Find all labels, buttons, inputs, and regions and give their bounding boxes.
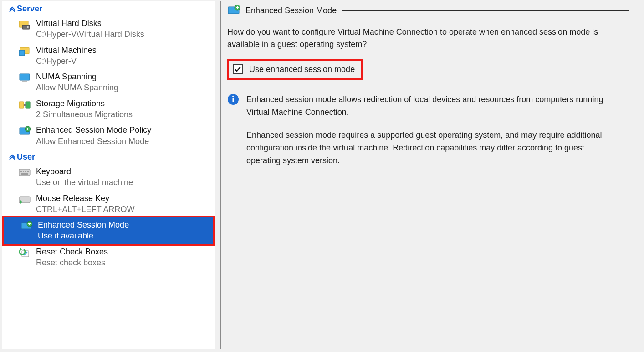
sidebar-item-sublabel: Use on the virtual machine bbox=[36, 177, 133, 188]
sidebar-item-sublabel: Reset check boxes bbox=[36, 257, 108, 268]
sidebar-item-label: Reset Check Boxes bbox=[36, 246, 108, 257]
svg-point-26 bbox=[232, 96, 234, 98]
monitor-icon bbox=[19, 72, 31, 84]
svg-rect-8 bbox=[26, 102, 30, 108]
svg-rect-7 bbox=[19, 102, 24, 108]
chevron-up-icon bbox=[8, 154, 17, 160]
keyboard-icon bbox=[19, 167, 31, 179]
use-enhanced-session-mode-checkbox[interactable]: Use enhanced session mode bbox=[227, 59, 363, 80]
sidebar-item-sublabel: CTRL+ALT+LEFT ARROW bbox=[36, 204, 134, 215]
svg-rect-9 bbox=[24, 104, 26, 106]
sidebar-item-sublabel: Use if available bbox=[38, 230, 129, 241]
sidebar-item-numa-spanning[interactable]: NUMA Spanning Allow NUMA Spanning bbox=[2, 69, 215, 96]
section-title: User bbox=[17, 152, 35, 162]
sidebar-item-virtual-machines[interactable]: Virtual Machines C:\Hyper-V bbox=[2, 43, 215, 70]
enhanced-session-icon bbox=[227, 5, 240, 16]
panel-heading: Enhanced Session Mode bbox=[245, 6, 337, 16]
sidebar-item-reset-check-boxes[interactable]: Reset Check Boxes Reset check boxes bbox=[2, 244, 215, 271]
svg-rect-25 bbox=[233, 98, 234, 102]
settings-detail-panel: Enhanced Session Mode How do you want to… bbox=[220, 1, 641, 349]
sidebar-item-label: Storage Migrations bbox=[36, 98, 133, 109]
info-text: Enhanced session mode allows redirection… bbox=[246, 93, 610, 177]
storage-migration-icon bbox=[19, 99, 31, 111]
checkbox-icon bbox=[233, 64, 243, 74]
folder-disk-icon bbox=[19, 19, 31, 31]
sidebar-item-sublabel: Allow Enhanced Session Mode bbox=[36, 136, 151, 147]
svg-rect-15 bbox=[25, 171, 26, 172]
sidebar-item-mouse-release-key[interactable]: Mouse Release Key CTRL+ALT+LEFT ARROW bbox=[2, 191, 215, 218]
sidebar-item-label: Virtual Hard Disks bbox=[36, 18, 144, 29]
sidebar-item-label: Keyboard bbox=[36, 166, 133, 177]
info-paragraph: Enhanced session mode allows redirection… bbox=[246, 93, 610, 119]
enhanced-session-icon bbox=[19, 125, 31, 137]
svg-point-2 bbox=[27, 26, 29, 28]
settings-navigation-tree: Server Virtual Hard Disks C:\Hyper-V\Vir… bbox=[2, 1, 215, 349]
section-header-user[interactable]: User bbox=[4, 150, 213, 163]
sidebar-item-label: NUMA Spanning bbox=[36, 71, 118, 82]
enhanced-session-icon bbox=[20, 220, 32, 232]
divider bbox=[342, 10, 629, 11]
section-header-server[interactable]: Server bbox=[4, 1, 213, 15]
sidebar-item-storage-migrations[interactable]: Storage Migrations 2 Simultaneous Migrat… bbox=[2, 96, 215, 123]
chevron-up-icon bbox=[8, 6, 17, 12]
svg-rect-4 bbox=[19, 50, 25, 56]
sidebar-item-keyboard[interactable]: Keyboard Use on the virtual machine bbox=[2, 164, 215, 191]
sidebar-item-sublabel: C:\Hyper-V bbox=[36, 56, 97, 67]
sidebar-item-label: Mouse Release Key bbox=[36, 193, 134, 204]
sidebar-item-sublabel: C:\Hyper-V\Virtual Hard Disks bbox=[36, 29, 144, 40]
info-paragraph: Enhanced session mode requires a support… bbox=[246, 129, 610, 167]
sidebar-item-label: Enhanced Session Mode bbox=[38, 219, 129, 230]
svg-rect-13 bbox=[20, 171, 22, 172]
panel-description: How do you want to configure Virtual Mac… bbox=[227, 26, 629, 51]
folder-vm-icon bbox=[19, 46, 31, 57]
sidebar-item-label: Enhanced Session Mode Policy bbox=[36, 124, 151, 135]
svg-rect-14 bbox=[23, 171, 24, 172]
svg-rect-5 bbox=[20, 74, 30, 80]
reset-checkbox-icon bbox=[19, 247, 31, 259]
sidebar-item-virtual-hard-disks[interactable]: Virtual Hard Disks C:\Hyper-V\Virtual Ha… bbox=[2, 16, 215, 43]
section-title: Server bbox=[17, 4, 42, 14]
svg-rect-16 bbox=[27, 171, 29, 172]
sidebar-item-enhanced-session-mode[interactable]: Enhanced Session Mode Use if available bbox=[4, 217, 213, 244]
sidebar-item-enhanced-session-mode-policy[interactable]: Enhanced Session Mode Policy Allow Enhan… bbox=[2, 123, 215, 150]
sidebar-item-label: Virtual Machines bbox=[36, 45, 97, 56]
svg-rect-6 bbox=[22, 81, 27, 82]
checkbox-label: Use enhanced session mode bbox=[249, 65, 355, 74]
info-icon bbox=[227, 93, 239, 105]
keyboard-release-icon bbox=[19, 194, 31, 206]
sidebar-item-sublabel: Allow NUMA Spanning bbox=[36, 82, 118, 93]
sidebar-item-sublabel: 2 Simultaneous Migrations bbox=[36, 109, 133, 120]
svg-rect-17 bbox=[21, 173, 28, 175]
